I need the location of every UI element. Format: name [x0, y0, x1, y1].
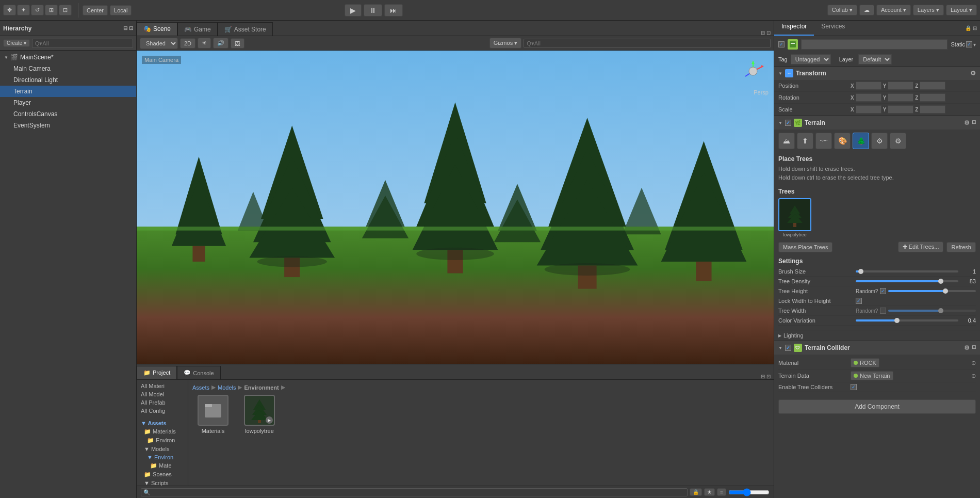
scale-y[interactable]: 1 [888, 105, 913, 114]
sidebar-mate[interactable]: 📁 Mate [139, 461, 186, 470]
enable-tree-colliders-checkbox[interactable] [851, 384, 857, 390]
hierarchy-item-controls-canvas[interactable]: ControlsCanvas [0, 108, 136, 120]
tree-height-random-checkbox[interactable] [880, 288, 886, 294]
hierarchy-item-event-system[interactable]: EventSystem [0, 120, 136, 131]
tree-item-lowpolytree[interactable]: lowpolytree [778, 198, 811, 237]
color-variation-slider-thumb[interactable] [894, 318, 900, 323]
project-star-button[interactable]: ★ [704, 488, 715, 496]
sidebar-all-materials[interactable]: All Materi [139, 382, 186, 390]
sidebar-environ-1[interactable]: 📁 Environ [139, 436, 186, 445]
hand-tool[interactable]: ✥ [3, 5, 16, 15]
terrain-settings-icon[interactable]: ⚙ [964, 119, 970, 126]
position-y[interactable]: 0 [888, 82, 913, 90]
tab-services[interactable]: Services [814, 21, 852, 36]
object-enable-checkbox[interactable] [778, 41, 785, 47]
project-lock-button[interactable]: 🔒 [690, 488, 702, 496]
sidebar-materials[interactable]: 📁 Materials [139, 427, 186, 436]
collider-settings-icon[interactable]: ⚙ [964, 344, 970, 351]
terrain-tool-place-trees[interactable]: 🌲 [853, 133, 869, 149]
transform-settings-icon[interactable]: ⚙ [970, 70, 976, 77]
scale-x[interactable]: 1 [856, 105, 881, 114]
sidebar-models[interactable]: ▼ Models [139, 445, 186, 453]
scene-search[interactable] [524, 39, 771, 48]
refresh-button[interactable]: Refresh [946, 242, 976, 252]
local-toggle[interactable]: Local [110, 5, 132, 15]
lighting-toggle[interactable]: ☀ [198, 38, 211, 49]
terrain-tool-settings[interactable]: ⚙ [890, 133, 906, 149]
tab-scene[interactable]: 🎭 Scene [137, 22, 177, 36]
scale-tool[interactable]: ⊞ [45, 5, 58, 15]
gizmos-button[interactable]: Gizmos ▾ [489, 38, 521, 49]
lighting-row[interactable]: ▶ Lighting [774, 330, 980, 341]
tab-project[interactable]: 📁 Project [137, 366, 177, 379]
hierarchy-create-button[interactable]: Create ▾ [3, 39, 30, 47]
sidebar-all-config[interactable]: All Config [139, 407, 186, 415]
terrain-tool-paint-height[interactable]: ⬆ [797, 133, 813, 149]
position-x[interactable]: 0 [856, 82, 881, 90]
tab-console[interactable]: 💬 Console [177, 366, 220, 379]
breadcrumb-assets[interactable]: Assets [192, 384, 209, 391]
hierarchy-item-terrain[interactable]: Terrain [0, 86, 136, 97]
add-component-button[interactable]: Add Component [778, 399, 976, 414]
terrain-collider-header[interactable]: ▼ 🛡 Terrain Collider ⚙ ⊡ [774, 341, 980, 355]
step-button[interactable]: ⏭ [384, 4, 403, 17]
scale-z[interactable]: 1 [920, 105, 945, 114]
object-name-field[interactable]: Terrain [801, 39, 948, 50]
collider-collapse-icon[interactable]: ⊡ [972, 344, 976, 351]
pause-button[interactable]: ⏸ [364, 4, 382, 17]
rotation-x[interactable]: 0 [856, 93, 881, 102]
file-item-lowpolytree[interactable]: ▶ lowpolytree [239, 395, 280, 434]
layer-select[interactable]: Default [858, 54, 892, 65]
layers-button[interactable]: Layers ▾ [913, 5, 944, 15]
tab-asset-store[interactable]: 🛒 Asset Store [218, 22, 273, 36]
sidebar-scenes[interactable]: 📁 Scenes [139, 470, 186, 479]
rotation-y[interactable]: 0 [888, 93, 913, 102]
center-toggle[interactable]: Center [83, 5, 108, 15]
2d-toggle[interactable]: 2D [180, 38, 195, 49]
material-select-icon[interactable]: ⊙ [971, 360, 976, 366]
collab-button[interactable]: Collab ▾ [827, 5, 857, 15]
project-list-button[interactable]: ≡ [717, 488, 726, 496]
brush-size-slider-thumb[interactable] [858, 269, 863, 274]
tab-inspector[interactable]: Inspector [774, 21, 814, 36]
lock-width-checkbox[interactable] [856, 298, 862, 304]
collider-enable-checkbox[interactable] [785, 345, 791, 351]
rect-tool[interactable]: ⊡ [59, 5, 72, 15]
project-search[interactable] [141, 488, 688, 496]
terrain-tool-paint-texture[interactable]: 🎨 [834, 133, 851, 149]
file-item-materials[interactable]: Materials [192, 395, 234, 434]
terrain-data-asset-ref[interactable]: New Terrain [851, 371, 893, 380]
shading-mode-select[interactable]: Shaded [140, 38, 178, 49]
audio-toggle[interactable]: 🔊 [213, 38, 228, 49]
sidebar-scripts[interactable]: ▼ Scripts [139, 479, 186, 486]
play-button[interactable]: ▶ [345, 4, 362, 17]
sidebar-environ-2[interactable]: ▼ Environ [139, 453, 186, 461]
layout-button[interactable]: Layout ▾ [946, 5, 977, 15]
tag-select[interactable]: Untagged [791, 54, 831, 65]
cloud-button[interactable]: ☁ [859, 5, 874, 15]
mass-place-trees-button[interactable]: Mass Place Trees [778, 242, 832, 252]
terrain-tool-paint-detail[interactable]: ⚙ [871, 133, 888, 149]
sidebar-all-prefabs[interactable]: All Prefab [139, 398, 186, 407]
tree-density-slider-thumb[interactable] [938, 279, 943, 284]
terrain-collapse-icon[interactable]: ⊡ [972, 119, 976, 126]
hierarchy-item-player[interactable]: Player [0, 97, 136, 108]
hierarchy-item-directional-light[interactable]: Directional Light [0, 74, 136, 86]
terrain-tool-raise[interactable]: ⛰ [778, 133, 795, 149]
terrain-enable-checkbox[interactable] [785, 120, 791, 126]
terrain-tool-smooth[interactable]: 〰 [815, 133, 832, 149]
tree-thumbnail[interactable] [778, 198, 811, 231]
material-asset-ref[interactable]: ROCK [851, 358, 879, 367]
fx-toggle[interactable]: 🖼 [231, 38, 244, 49]
tab-game[interactable]: 🎮 Game [177, 22, 218, 36]
account-button[interactable]: Account ▾ [876, 5, 911, 15]
static-checkbox[interactable] [966, 41, 972, 47]
scene-view[interactable]: Main Camera Persp [137, 51, 774, 364]
rotate-tool[interactable]: ↺ [31, 5, 44, 15]
terrain-component-header[interactable]: ▼ 🌿 Terrain ⚙ ⊡ [774, 116, 980, 130]
move-tool[interactable]: ✦ [17, 5, 30, 15]
terrain-data-select-icon[interactable]: ⊙ [971, 373, 976, 379]
tree-height-slider-thumb[interactable] [943, 288, 948, 294]
edit-trees-button[interactable]: ✚ Edit Trees... [898, 242, 944, 252]
hierarchy-item-main-camera[interactable]: Main Camera [0, 63, 136, 74]
